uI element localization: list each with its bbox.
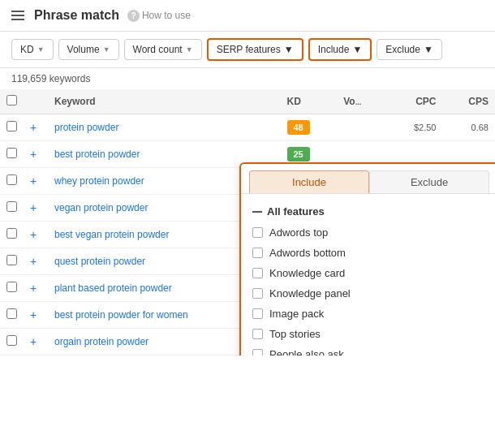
row-checkbox-4[interactable] <box>6 228 17 239</box>
kd-chevron-icon: ▼ <box>37 45 45 54</box>
add-keyword-icon-2[interactable]: + <box>30 174 37 187</box>
checkbox-icon-1 <box>252 248 263 258</box>
row-checkbox-1[interactable] <box>6 148 17 158</box>
add-keyword-icon-7[interactable]: + <box>30 308 37 321</box>
dropdown-item-knowledge-panel[interactable]: Knowledge panel <box>241 283 495 304</box>
add-keyword-icon-5[interactable]: + <box>30 255 37 268</box>
dropdown-item-knowledge-card[interactable]: Knowledge card <box>241 263 495 283</box>
kd-filter-button[interactable]: KD ▼ <box>11 39 54 60</box>
checkbox-icon-2 <box>252 268 263 278</box>
dropdown-item-image-pack[interactable]: Image pack <box>241 304 495 324</box>
dropdown-body: All features Adwords topAdwords bottomKn… <box>241 194 495 355</box>
volume-cell-0 <box>337 114 386 141</box>
dropdown-item-adwords-top[interactable]: Adwords top <box>241 222 495 243</box>
kd-badge-1: 25 <box>287 147 310 162</box>
tab-exclude[interactable]: Exclude <box>369 170 489 193</box>
page-title: Phrase match <box>34 8 119 23</box>
checkbox-icon-3 <box>252 288 263 299</box>
kd-badge-0: 48 <box>287 120 310 135</box>
select-all-checkbox[interactable] <box>6 95 17 106</box>
serp-features-dropdown: Include Exclude All features Adwords top… <box>239 162 495 355</box>
dropdown-item-label: Top stories <box>269 328 321 340</box>
keyword-link-7[interactable]: best protein powder for women <box>54 309 188 321</box>
cpc-cell-0: $2.50 <box>386 114 442 141</box>
dropdown-item-adwords-bottom[interactable]: Adwords bottom <box>241 243 495 263</box>
row-checkbox-7[interactable] <box>6 308 17 319</box>
keyword-count: 119,659 keywords <box>0 68 495 89</box>
add-keyword-icon-6[interactable]: + <box>30 282 37 295</box>
checkbox-icon-6 <box>252 349 263 355</box>
keyword-link-2[interactable]: whey protein powder <box>54 175 144 187</box>
include-chevron-icon: ▼ <box>352 44 362 55</box>
dropdown-item-label: Adwords top <box>269 226 328 239</box>
exclude-chevron-icon: ▼ <box>424 44 433 55</box>
dropdown-tabs: Include Exclude <box>241 164 495 194</box>
keyword-link-6[interactable]: plant based protein powder <box>54 282 172 294</box>
kd-column-header: KD <box>281 89 338 114</box>
how-to-use-link[interactable]: ? How to use <box>127 10 191 22</box>
word-count-filter-button[interactable]: Word count ▼ <box>124 39 202 60</box>
dropdown-item-label: Image pack <box>269 308 324 320</box>
add-keyword-icon-8[interactable]: + <box>30 335 37 348</box>
include-button[interactable]: Include ▼ <box>308 38 372 61</box>
volume-chevron-icon: ▼ <box>103 45 110 54</box>
volume-filter-button[interactable]: Volume ▼ <box>58 39 119 60</box>
checkbox-icon-0 <box>252 227 263 238</box>
keyword-link-5[interactable]: quest protein powder <box>54 256 145 267</box>
toolbar: KD ▼ Volume ▼ Word count ▼ SERP features… <box>0 32 495 68</box>
keywords-table: Keyword KD Vo... CPC CPS + protein powde… <box>0 89 495 355</box>
dropdown-item-top-stories[interactable]: Top stories <box>241 324 495 344</box>
checkbox-icon-4 <box>252 308 263 319</box>
word-count-chevron-icon: ▼ <box>186 45 193 54</box>
serp-chevron-icon: ▼ <box>284 44 294 55</box>
keyword-link-8[interactable]: orgain protein powder <box>54 336 148 347</box>
add-keyword-icon-3[interactable]: + <box>30 201 37 214</box>
row-checkbox-0[interactable] <box>6 121 17 131</box>
add-keyword-icon-0[interactable]: + <box>30 121 37 134</box>
minus-icon <box>252 211 262 213</box>
menu-icon[interactable] <box>11 11 24 20</box>
cps-cell-0: 0.68 <box>442 114 495 141</box>
exclude-button[interactable]: Exclude ▼ <box>377 39 442 60</box>
dropdown-item-label: People also ask <box>269 348 344 355</box>
keyword-link-4[interactable]: best vegan protein powder <box>54 229 169 240</box>
cps-column-header: CPS <box>442 89 495 114</box>
checkbox-icon-5 <box>252 329 263 339</box>
keyword-column-header: Keyword <box>48 89 281 114</box>
volume-column-header: Vo... <box>337 89 386 114</box>
row-checkbox-3[interactable] <box>6 201 17 212</box>
row-checkbox-6[interactable] <box>6 282 17 292</box>
dropdown-item-label: Adwords bottom <box>269 247 346 259</box>
question-icon: ? <box>127 10 140 22</box>
add-keyword-icon-4[interactable]: + <box>30 228 37 241</box>
row-checkbox-5[interactable] <box>6 255 17 265</box>
row-checkbox-8[interactable] <box>6 335 17 346</box>
table-row: + protein powder 48 $2.50 0.68 <box>0 114 495 141</box>
add-keyword-icon-1[interactable]: + <box>30 148 37 161</box>
serp-features-button[interactable]: SERP features ▼ <box>207 38 303 61</box>
dropdown-item-people-also-ask[interactable]: People also ask <box>241 344 495 355</box>
dropdown-item-label: Knowledge panel <box>269 287 351 299</box>
tab-include[interactable]: Include <box>249 170 369 193</box>
cpc-column-header: CPC <box>386 89 442 114</box>
row-checkbox-2[interactable] <box>6 174 17 185</box>
keyword-link-3[interactable]: vegan protein powder <box>54 202 148 213</box>
keyword-link-0[interactable]: protein powder <box>54 122 118 133</box>
keyword-link-1[interactable]: best protein powder <box>54 149 140 160</box>
all-features-header: All features <box>241 200 495 222</box>
header: Phrase match ? How to use <box>0 0 495 32</box>
dropdown-item-label: Knowledge card <box>269 267 345 279</box>
